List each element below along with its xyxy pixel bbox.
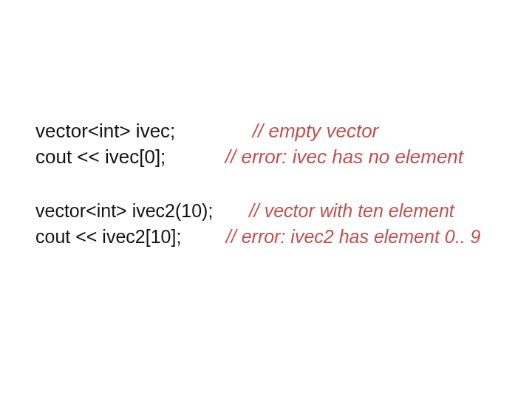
code-comment: // error: ivec2 has element 0.. 9 bbox=[226, 226, 481, 247]
code-line-2: cout << ivec[0]; // error: ivec has no e… bbox=[35, 144, 502, 170]
code-text: cout << ivec[0]; bbox=[35, 146, 166, 168]
code-text: cout << ivec2[10]; bbox=[35, 226, 181, 247]
code-line-3: vector<int> ivec2(10); // vector with te… bbox=[35, 198, 502, 224]
code-text: vector<int> ivec2(10); bbox=[35, 200, 213, 221]
code-line-1: vector<int> ivec; // empty vector bbox=[35, 118, 502, 144]
code-comment: // error: ivec has no element bbox=[225, 146, 463, 168]
code-text: vector<int> ivec; bbox=[35, 120, 175, 142]
code-line-4: cout << ivec2[10]; // error: ivec2 has e… bbox=[35, 224, 502, 250]
code-comment: // vector with ten element bbox=[249, 200, 454, 221]
code-comment: // empty vector bbox=[253, 120, 379, 142]
spacer bbox=[35, 170, 502, 198]
slide: vector<int> ivec; // empty vector cout <… bbox=[0, 0, 532, 399]
